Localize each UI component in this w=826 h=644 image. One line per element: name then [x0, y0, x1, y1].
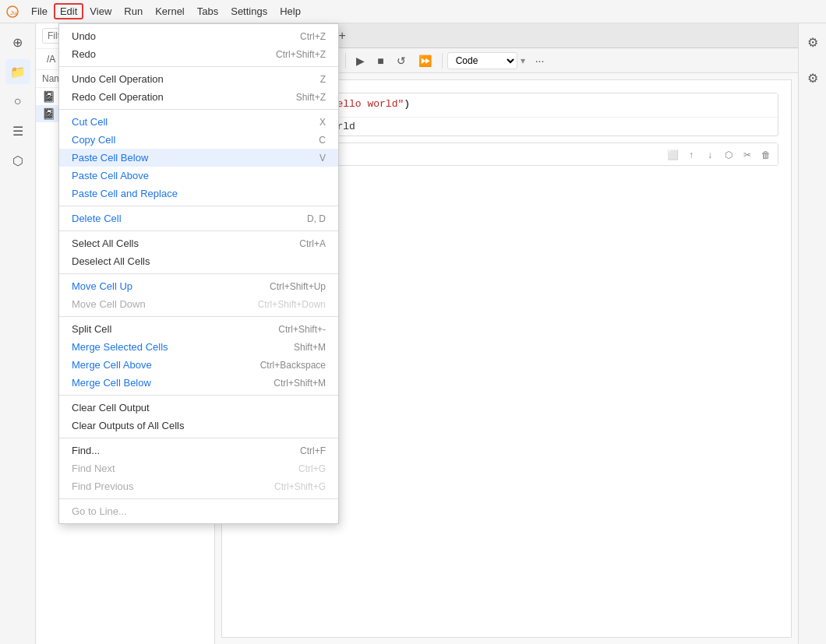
- menu-deselect-all[interactable]: Deselect All Cells: [59, 252, 338, 270]
- menu-select-all-label: Select All Cells: [72, 238, 139, 249]
- left-sidebar: ⊕ 📁 ○ ☰ ⬡: [0, 23, 36, 644]
- sep-2: [59, 109, 338, 110]
- menu-delete-cell-label: Delete Cell: [72, 213, 122, 224]
- sep-7: [59, 395, 338, 396]
- cut-action[interactable]: ✂: [739, 146, 756, 164]
- menu-move-up-label: Move Cell Up: [72, 280, 132, 292]
- sep-8: [59, 438, 338, 438]
- menu-find-next-shortcut: Ctrl+G: [298, 463, 326, 474]
- menu-undo[interactable]: Undo Ctrl+Z: [59, 27, 338, 45]
- menu-move-down-shortcut: Ctrl+Shift+Down: [258, 299, 326, 310]
- menu-find-next-label: Find Next: [72, 463, 115, 474]
- file-icon-1: 📓: [42, 107, 55, 120]
- menu-undo-shortcut: Ctrl+Z: [300, 31, 326, 42]
- menu-redo-cell[interactable]: Redo Cell Operation Shift+Z: [59, 88, 338, 106]
- cell-actions-toolbar: ⬜ ↑ ↓ ⬡ ✂ 🗑: [664, 146, 775, 164]
- stop-btn[interactable]: ■: [372, 52, 389, 69]
- menu-tabs[interactable]: Tabs: [191, 3, 224, 19]
- cell-type-action[interactable]: ⬡: [720, 146, 737, 164]
- menu-delete-cell[interactable]: Delete Cell D, D: [59, 209, 338, 227]
- menu-merge-selected-label: Merge Selected Cells: [72, 341, 168, 353]
- menu-undo-cell[interactable]: Undo Cell Operation Z: [59, 70, 338, 88]
- restart-run-btn[interactable]: ⏩: [413, 52, 437, 69]
- menu-settings[interactable]: Settings: [224, 3, 274, 19]
- menu-find[interactable]: Find... Ctrl+F: [59, 442, 338, 459]
- cell-output-0: Hello world: [282, 117, 778, 135]
- menu-merge-below-label: Merge Cell Below: [72, 377, 151, 389]
- sidebar-icon-toc[interactable]: ☰: [5, 118, 30, 143]
- menu-cut-cell-label: Cut Cell: [72, 116, 108, 128]
- menu-move-down-label: Move Cell Down: [72, 298, 146, 310]
- menu-paste-above[interactable]: Paste Cell Above: [59, 167, 338, 185]
- menu-undo-cell-label: Undo Cell Operation: [72, 73, 164, 85]
- menu-undo-cell-shortcut: Z: [320, 74, 326, 85]
- menu-move-up[interactable]: Move Cell Up Ctrl+Shift+Up: [59, 277, 338, 295]
- menu-paste-below[interactable]: Paste Cell Below V: [59, 149, 338, 167]
- sep-1: [59, 66, 338, 67]
- right-settings-icon[interactable]: ⚙: [800, 30, 825, 55]
- cell-code-0[interactable]: print("Hello world"): [282, 93, 778, 117]
- menu-select-all[interactable]: Select All Cells Ctrl+A: [59, 234, 338, 252]
- menu-clear-output[interactable]: Clear Cell Output: [59, 399, 338, 417]
- new-folder-btn[interactable]: /A: [42, 52, 60, 66]
- menu-merge-selected[interactable]: Merge Selected Cells Shift+M: [59, 338, 338, 356]
- menu-find-prev-label: Find Previous: [72, 480, 133, 492]
- menu-redo-cell-shortcut: Shift+Z: [296, 92, 326, 103]
- sep-3: [59, 206, 338, 206]
- menu-paste-below-label: Paste Cell Below: [72, 152, 148, 164]
- run-cell-btn[interactable]: ▶: [351, 52, 370, 69]
- menu-find-shortcut: Ctrl+F: [300, 445, 326, 456]
- sidebar-icon-extensions[interactable]: ⬡: [5, 148, 30, 173]
- sidebar-icon-files[interactable]: 📁: [5, 59, 30, 84]
- sidebar-icon-running[interactable]: ○: [5, 89, 30, 114]
- menu-paste-replace[interactable]: Paste Cell and Replace: [59, 185, 338, 202]
- menu-edit[interactable]: Edit: [54, 3, 83, 19]
- right-gear-icon[interactable]: ⚙: [800, 65, 825, 90]
- menu-help[interactable]: Help: [274, 3, 307, 19]
- menu-run[interactable]: Run: [118, 3, 149, 19]
- menu-undo-label: Undo: [72, 30, 96, 42]
- kernel-select[interactable]: Code Markdown Raw: [447, 52, 517, 69]
- menu-clear-all-outputs-label: Clear Outputs of All Cells: [72, 420, 185, 431]
- menu-goto-line[interactable]: Go to Line...: [59, 502, 338, 520]
- menu-merge-below-shortcut: Ctrl+Shift+M: [274, 378, 326, 389]
- menu-redo-cell-label: Redo Cell Operation: [72, 91, 164, 103]
- menu-clear-all-outputs[interactable]: Clear Outputs of All Cells: [59, 417, 338, 435]
- menu-copy-cell-label: Copy Cell: [72, 134, 115, 146]
- menu-redo-shortcut: Ctrl+Shift+Z: [276, 49, 326, 60]
- menu-move-down[interactable]: Move Cell Down Ctrl+Shift+Down: [59, 295, 338, 313]
- menu-cut-cell[interactable]: Cut Cell X: [59, 113, 338, 131]
- move-up-action[interactable]: ↑: [683, 146, 700, 164]
- menu-cut-cell-shortcut: X: [319, 117, 326, 128]
- menu-goto-line-label: Go to Line...: [72, 505, 127, 517]
- copy-cell-action[interactable]: ⬜: [664, 146, 681, 164]
- menu-redo[interactable]: Redo Ctrl+Shift+Z: [59, 45, 338, 63]
- menu-kernel[interactable]: Kernel: [149, 3, 191, 19]
- menu-find-prev[interactable]: Find Previous Ctrl+Shift+G: [59, 477, 338, 495]
- more-actions-btn[interactable]: ···: [530, 52, 550, 69]
- delete-action[interactable]: 🗑: [757, 146, 775, 164]
- menu-file[interactable]: File: [25, 3, 54, 19]
- cell-content-1[interactable]: ⬜ ↑ ↓ ⬡ ✂ 🗑: [292, 143, 778, 166]
- menu-copy-cell[interactable]: Copy Cell C: [59, 131, 338, 149]
- menu-split-cell[interactable]: Split Cell Ctrl+Shift+-: [59, 320, 338, 338]
- menu-select-all-shortcut: Ctrl+A: [299, 238, 326, 249]
- sidebar-icon-new[interactable]: ⊕: [5, 30, 30, 55]
- menu-find-label: Find...: [72, 445, 100, 456]
- toolbar-sep-2: [345, 53, 346, 69]
- menu-find-next[interactable]: Find Next Ctrl+G: [59, 459, 338, 477]
- toolbar-sep-3: [442, 53, 443, 69]
- menu-clear-output-label: Clear Cell Output: [72, 402, 150, 413]
- menu-delete-cell-shortcut: D, D: [307, 213, 326, 224]
- menu-deselect-all-label: Deselect All Cells: [72, 255, 150, 267]
- restart-btn[interactable]: ↺: [391, 52, 411, 69]
- menu-merge-below[interactable]: Merge Cell Below Ctrl+Shift+M: [59, 374, 338, 392]
- cell-content-0[interactable]: print("Hello world") Hello world: [281, 93, 778, 136]
- menu-move-up-shortcut: Ctrl+Shift+Up: [270, 281, 326, 292]
- menubar: Ju File Edit View Run Kernel Tabs Settin…: [0, 0, 826, 23]
- menu-view[interactable]: View: [83, 3, 118, 19]
- svg-text:Ju: Ju: [10, 9, 16, 16]
- sep-5: [59, 273, 338, 274]
- move-down-action[interactable]: ↓: [701, 146, 718, 164]
- menu-merge-above[interactable]: Merge Cell Above Ctrl+Backspace: [59, 356, 338, 374]
